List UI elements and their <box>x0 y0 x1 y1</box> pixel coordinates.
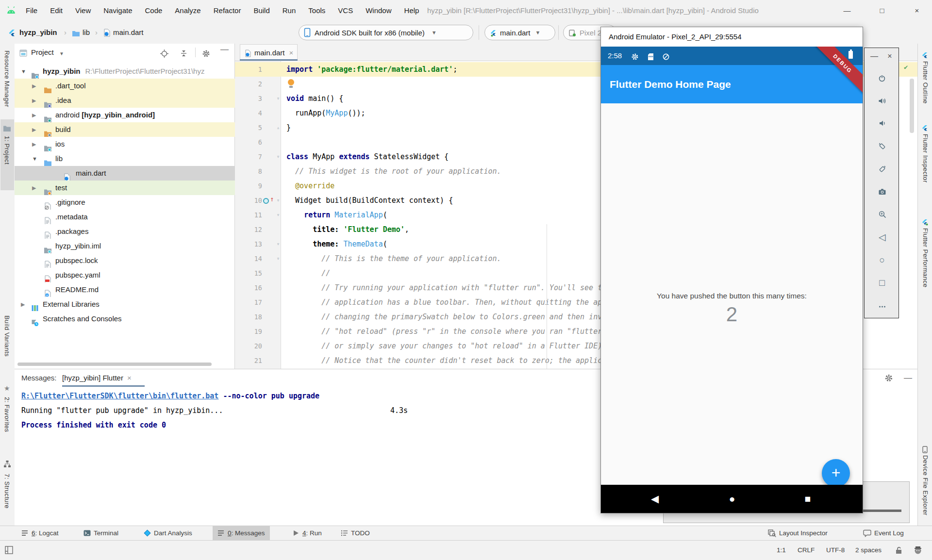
locate-file-icon[interactable] <box>160 49 168 58</box>
editor-tab-main-dart[interactable]: main.dart × <box>240 44 298 61</box>
home-icon[interactable]: ○ <box>865 255 899 265</box>
emulator-close-button[interactable]: × <box>884 51 896 62</box>
overview-icon[interactable]: □ <box>865 278 899 288</box>
zoom-icon[interactable] <box>865 209 899 218</box>
menu-build[interactable]: Build <box>247 0 276 21</box>
close-icon[interactable]: × <box>123 374 132 382</box>
nav-home-button[interactable]: ● <box>722 485 742 513</box>
tree-row-readme-md[interactable]: README.md <box>15 282 235 297</box>
sidebar-tab-resource-manager[interactable]: Resource Manager <box>3 50 11 107</box>
fold-marker-icon[interactable]: ▵ <box>275 120 282 135</box>
editor-scrollbar[interactable] <box>910 79 914 133</box>
tree-row-hyzp-yibin[interactable]: ▼hyzp_yibinR:\FlutterProject\FlutterProj… <box>15 64 235 79</box>
camera-icon[interactable] <box>865 187 899 196</box>
emulator-screen[interactable]: 2:58 Flutter Demo Home Page DEBUG You ha… <box>601 47 863 513</box>
tree-row-build[interactable]: ▶build <box>15 122 235 137</box>
tree-row--dart-tool[interactable]: ▶.dart_tool <box>15 79 235 93</box>
sidebar-tab-flutter-inspector[interactable]: Flutter Inspector <box>922 134 929 183</box>
sidebar-tab-flutter-performance[interactable]: Flutter Performance <box>922 228 929 287</box>
tree-row-test[interactable]: ▶test <box>15 181 235 195</box>
sidebar-tab-2-favorites[interactable]: 2: Favorites <box>3 397 11 432</box>
tool-window-button-terminal[interactable]: Terminal <box>79 526 123 540</box>
tool-window-button-0-messages[interactable]: 0: Messages <box>213 526 270 540</box>
override-marker-icon[interactable]: ↑ <box>263 193 276 208</box>
fold-marker-icon[interactable]: ▿ <box>275 193 282 208</box>
tree-row-hyzp-yibin-iml[interactable]: hyzp_yibin.iml <box>15 239 235 253</box>
nav-overview-button[interactable]: ■ <box>798 485 817 513</box>
window-maximize-button[interactable]: □ <box>871 0 893 21</box>
sidebar-tab-device-file-explorer[interactable]: Device File Explorer <box>922 455 929 515</box>
sidebar-tab-flutter-outline[interactable]: Flutter Outline <box>922 61 929 104</box>
fold-marker-icon[interactable]: ▿ <box>275 149 282 164</box>
volume-up-icon[interactable] <box>865 96 899 105</box>
tree-row-ios[interactable]: ▶ios <box>15 137 235 151</box>
tree-expanded-arrow-icon[interactable]: ▼ <box>21 64 26 79</box>
close-icon[interactable]: × <box>289 49 294 57</box>
sidebar-tab-build-variants[interactable]: Build Variants <box>3 315 11 357</box>
menu-window[interactable]: Window <box>359 0 398 21</box>
window-close-button[interactable]: × <box>906 0 928 21</box>
menu-run[interactable]: Run <box>276 0 302 21</box>
sidebar-tab-7-structure[interactable]: 7: Structure <box>3 474 11 509</box>
horizontal-scrollbar[interactable] <box>17 362 212 366</box>
inspections-ok-icon[interactable]: ✔ <box>904 63 908 71</box>
more-icon[interactable] <box>865 302 899 310</box>
tree-collapsed-arrow-icon[interactable]: ▶ <box>21 297 25 312</box>
breadcrumb-file[interactable]: main.dart <box>113 21 144 43</box>
project-view-dropdown[interactable]: Project <box>31 44 54 61</box>
tree-row--gitignore[interactable]: .gitignore <box>15 195 235 210</box>
hide-panel-icon[interactable]: — <box>220 45 229 54</box>
tool-window-button-event-log[interactable]: Event Log <box>858 526 909 540</box>
tool-window-button-dart-analysis[interactable]: Dart Analysis <box>139 526 197 540</box>
menu-vcs[interactable]: VCS <box>332 0 359 21</box>
menu-file[interactable]: File <box>19 0 44 21</box>
rotate-right-icon[interactable] <box>865 164 899 173</box>
tool-window-toggle-icon[interactable] <box>5 546 13 554</box>
breadcrumb-lib[interactable]: lib <box>83 21 90 43</box>
messages-tab-flutter[interactable]: [hyzp_yibin] Flutter× <box>62 369 132 387</box>
caret-position[interactable]: 1:1 <box>777 541 786 560</box>
fold-marker-icon[interactable]: ▿ <box>275 251 282 266</box>
tree-row-external-libraries[interactable]: ▶External Libraries <box>15 297 235 312</box>
tree-collapsed-arrow-icon[interactable]: ▶ <box>32 79 36 93</box>
nav-back-button[interactable]: ◀ <box>645 485 665 513</box>
tree-collapsed-arrow-icon[interactable]: ▶ <box>32 137 36 151</box>
line-separator[interactable]: CRLF <box>798 541 815 560</box>
menu-help[interactable]: Help <box>398 0 426 21</box>
tree-row--metadata[interactable]: .metadata <box>15 210 235 224</box>
menu-refactor[interactable]: Refactor <box>207 0 248 21</box>
tool-window-button-layout-inspector[interactable]: Layout Inspector <box>763 526 832 540</box>
tree-row-main-dart[interactable]: main.dart <box>15 166 235 181</box>
console-file-link[interactable]: R:\Flutter\FlutterSDK\flutter\bin\flutte… <box>21 392 218 400</box>
menu-analyze[interactable]: Analyze <box>168 0 207 21</box>
fold-marker-icon[interactable]: ▿ <box>275 208 282 222</box>
run-config-dropdown[interactable]: main.dart ▼ <box>484 25 555 40</box>
tree-collapsed-arrow-icon[interactable]: ▶ <box>32 122 36 137</box>
emulator-minimize-button[interactable]: — <box>868 51 880 62</box>
menu-view[interactable]: View <box>69 0 97 21</box>
power-icon[interactable] <box>865 73 899 82</box>
device-selector-dropdown[interactable]: Android SDK built for x86 (mobile) ▼ <box>299 25 473 40</box>
fold-marker-icon[interactable]: ▿ <box>275 91 282 106</box>
tool-window-button-4-run[interactable]: 4: Run <box>287 526 327 540</box>
tree-expanded-arrow-icon[interactable]: ▼ <box>32 151 37 166</box>
settings-gear-icon[interactable] <box>884 373 893 382</box>
rotate-left-icon[interactable] <box>865 141 899 150</box>
settings-gear-icon[interactable] <box>202 49 210 58</box>
tree-collapsed-arrow-icon[interactable]: ▶ <box>32 181 36 195</box>
window-minimize-button[interactable]: — <box>836 0 858 21</box>
tree-row--packages[interactable]: .packages <box>15 224 235 239</box>
tree-row-pubspec-yaml[interactable]: pubspec.yaml <box>15 268 235 282</box>
tool-window-button-todo[interactable]: TODO <box>336 526 375 540</box>
sidebar-tab-1-project[interactable]: 1: Project <box>3 136 11 165</box>
tree-row-android[interactable]: ▶android [hyzp_yibin_android] <box>15 108 235 122</box>
menu-edit[interactable]: Edit <box>44 0 69 21</box>
collapse-all-icon[interactable] <box>180 49 188 58</box>
file-encoding[interactable]: UTF-8 <box>826 541 845 560</box>
indent-setting[interactable]: 2 spaces <box>855 541 882 560</box>
tool-window-button-6-logcat[interactable]: 6: Logcat <box>17 526 64 540</box>
fold-marker-icon[interactable]: ▿ <box>275 237 282 251</box>
hide-panel-icon[interactable]: — <box>904 369 912 387</box>
menu-tools[interactable]: Tools <box>302 0 332 21</box>
tree-row--idea[interactable]: ▶.idea <box>15 93 235 108</box>
